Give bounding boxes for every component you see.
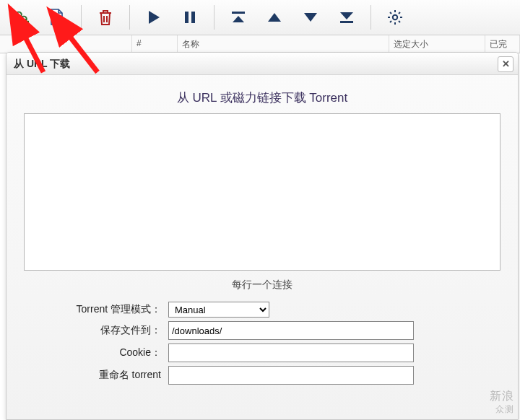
play-icon (147, 9, 161, 25)
url-textarea[interactable] (24, 113, 500, 271)
svg-line-20 (399, 12, 400, 14)
pause-icon (183, 10, 196, 25)
move-top-button[interactable] (220, 3, 256, 32)
separator (370, 5, 371, 30)
close-button[interactable]: ✕ (498, 56, 514, 72)
link-plus-icon (12, 9, 30, 26)
dialog-body: 从 URL 或磁力链接下载 Torrent 每行一个连接 Torrent 管理模… (6, 75, 518, 394)
col-done[interactable]: 已完 (485, 35, 520, 53)
close-icon: ✕ (502, 53, 510, 75)
row-rename: 重命名 torrent (24, 366, 500, 385)
top-icon (230, 10, 246, 25)
per-line-hint: 每行一个连接 (24, 279, 500, 292)
rename-input[interactable] (168, 366, 414, 385)
label-rename: 重命名 torrent (24, 369, 168, 382)
separator (214, 5, 214, 30)
save-path-input[interactable] (168, 321, 414, 340)
dialog-heading: 从 URL 或磁力链接下载 Torrent (24, 89, 500, 106)
col-name[interactable]: 名称 (178, 35, 389, 53)
svg-rect-10 (232, 12, 245, 14)
row-manage-mode: Torrent 管理模式： Manual (24, 302, 500, 318)
cookie-input[interactable] (168, 344, 414, 362)
svg-point-0 (14, 11, 23, 19)
bottom-icon (339, 10, 355, 25)
label-cookie: Cookie： (24, 346, 168, 359)
svg-rect-8 (185, 12, 188, 23)
trash-icon (98, 9, 113, 26)
separator (81, 5, 82, 30)
watermark-line1: 新浪 (490, 390, 514, 402)
up-icon (266, 11, 282, 24)
svg-line-18 (399, 21, 400, 22)
toolbar (0, 0, 520, 35)
row-save-path: 保存文件到： (24, 321, 500, 340)
download-url-dialog: 从 URL 下载 ✕ 从 URL 或磁力链接下载 Torrent 每行一个连接 … (6, 52, 519, 420)
dialog-title-text: 从 URL 下载 (14, 58, 70, 69)
settings-button[interactable] (377, 3, 413, 32)
pause-button[interactable] (172, 3, 208, 32)
svg-line-19 (390, 21, 391, 22)
add-file-button[interactable] (39, 3, 75, 32)
add-link-button[interactable] (3, 3, 39, 32)
svg-rect-9 (191, 12, 195, 23)
row-cookie: Cookie： (24, 344, 500, 362)
gear-icon (387, 9, 403, 25)
manage-mode-select[interactable]: Manual (168, 302, 269, 318)
move-up-button[interactable] (256, 3, 292, 32)
col-index[interactable]: # (132, 35, 178, 53)
dialog-titlebar: 从 URL 下载 ✕ (6, 53, 518, 75)
start-button[interactable] (136, 3, 172, 32)
col-size[interactable]: 选定大小 (389, 35, 485, 53)
table-header: # 名称 选定大小 已完 (0, 35, 520, 53)
file-plus-icon (48, 8, 66, 27)
svg-point-12 (393, 15, 397, 19)
move-bottom-button[interactable] (329, 3, 365, 32)
col-blank (0, 35, 132, 53)
label-save-path: 保存文件到： (24, 324, 168, 337)
watermark: 新浪 众测 (490, 390, 514, 416)
watermark-line2: 众测 (490, 403, 514, 416)
label-manage-mode: Torrent 管理模式： (24, 303, 168, 316)
delete-button[interactable] (87, 3, 124, 32)
separator (129, 5, 130, 30)
svg-line-17 (390, 12, 391, 14)
svg-rect-11 (340, 21, 353, 23)
move-down-button[interactable] (292, 3, 329, 32)
down-icon (303, 11, 318, 24)
